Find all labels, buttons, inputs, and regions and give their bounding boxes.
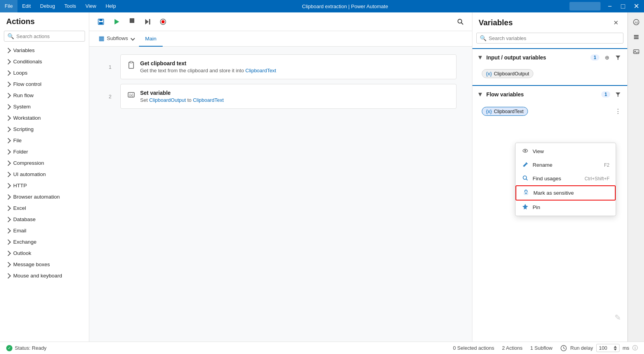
strip-layers-button[interactable] — [630, 30, 643, 44]
action-item-mouse-keyboard[interactable]: Mouse and keyboard — [0, 270, 89, 281]
action-item-ui-automation[interactable]: UI automation — [0, 169, 89, 180]
action-item-email[interactable]: Email — [0, 225, 89, 236]
minimize-button[interactable]: − — [604, 0, 616, 12]
clipboard-output-chip[interactable]: {x} ClipboardOutput — [482, 69, 533, 78]
action-item-browser-automation[interactable]: Browser automation — [0, 191, 89, 202]
run-delay-stepper[interactable] — [614, 346, 617, 351]
clipboard-text-menu-button[interactable]: ⋮ — [613, 107, 623, 116]
close-button[interactable]: ✕ — [630, 0, 642, 12]
action-item-file[interactable]: File — [0, 135, 89, 146]
sensitive-icon — [522, 189, 529, 197]
io-section-title: Input / output variables — [486, 54, 587, 61]
action-item-excel[interactable]: Excel — [0, 202, 89, 214]
action-item-label: Excel — [13, 205, 26, 211]
save-button[interactable] — [94, 15, 108, 29]
flow-filter-button[interactable] — [613, 90, 623, 99]
ctx-view[interactable]: View — [516, 145, 616, 158]
action-item-folder[interactable]: Folder — [0, 146, 89, 157]
ctx-find-usages[interactable]: Find usages Ctrl+Shift+F — [516, 172, 616, 185]
svg-point-9 — [458, 19, 462, 23]
menu-help[interactable]: Help — [101, 0, 121, 12]
action-item-compression[interactable]: Compression — [0, 157, 89, 169]
variables-search-box[interactable]: 🔍 — [476, 33, 623, 44]
step-2-link2[interactable]: ClipboardText — [193, 97, 224, 103]
chevron-right-icon — [5, 239, 11, 244]
action-item-flow-control[interactable]: Flow control — [0, 78, 89, 90]
step-2-to-text: to — [187, 97, 191, 103]
action-item-label: UI automation — [13, 171, 46, 177]
io-section-header[interactable]: ▼ Input / output variables 1 ⊕ — [472, 49, 627, 66]
ctx-pin[interactable]: Pin — [516, 201, 616, 214]
action-item-exchange[interactable]: Exchange — [0, 236, 89, 248]
io-filter-button[interactable] — [613, 53, 623, 62]
action-item-conditionals[interactable]: Conditionals — [0, 56, 89, 67]
strip-copilot-button[interactable]: AI — [630, 16, 643, 29]
subflows-tab[interactable]: ▦ Subflows — [94, 31, 139, 47]
user-avatar — [569, 2, 601, 10]
svg-text:AI: AI — [635, 21, 638, 24]
main-tab[interactable]: Main — [139, 31, 163, 47]
clipboard-text-chip[interactable]: {x} ClipboardText — [482, 107, 528, 116]
toolbar — [89, 12, 472, 31]
run-delay-group: Run delay 100 ms ⓘ — [560, 344, 638, 352]
action-item-message-boxes[interactable]: Message boxes — [0, 259, 89, 270]
run-delay-info-icon[interactable]: ⓘ — [632, 345, 638, 352]
strip-image-button[interactable] — [630, 45, 643, 58]
ctx-pin-label: Pin — [533, 204, 609, 210]
action-item-system[interactable]: System — [0, 101, 89, 112]
action-item-label: Workstation — [13, 115, 41, 121]
action-item-loops[interactable]: Loops — [0, 67, 89, 78]
svg-point-23 — [526, 193, 527, 194]
action-item-scripting[interactable]: Scripting — [0, 124, 89, 135]
menu-edit[interactable]: Edit — [17, 0, 35, 12]
action-item-label: Flow control — [13, 81, 42, 87]
flow-section-header[interactable]: ▼ Flow variables 1 — [472, 86, 627, 103]
actions-search-box[interactable]: 🔍 — [4, 31, 85, 42]
chevron-right-icon — [5, 273, 11, 278]
variables-close-button[interactable]: ✕ — [610, 17, 621, 28]
step-1-link[interactable]: ClipboardText — [245, 68, 276, 73]
action-item-run-flow[interactable]: Run flow — [0, 90, 89, 101]
action-item-outlook[interactable]: Outlook — [0, 248, 89, 259]
actions-panel: Actions 🔍 Variables Conditionals Loops F… — [0, 12, 89, 342]
io-add-button[interactable]: ⊕ — [602, 53, 612, 62]
step-2-link1[interactable]: ClipboardOutput — [149, 97, 186, 103]
chevron-right-icon — [5, 59, 11, 64]
app-body: Actions 🔍 Variables Conditionals Loops F… — [0, 12, 644, 342]
flow-step-1[interactable]: Get clipboard text Get the text from the… — [120, 54, 457, 79]
svg-rect-4 — [130, 18, 134, 23]
menu-bar[interactable]: File Edit Debug Tools View Help — [0, 0, 121, 12]
play-button[interactable] — [109, 15, 123, 29]
step-next-button[interactable] — [141, 15, 154, 29]
flow-step-2[interactable]: {x} Set variable Set ClipboardOutput to — [120, 84, 457, 109]
flow-variables-list: {x} ClipboardText ⋮ — [472, 103, 627, 120]
action-item-http[interactable]: HTTP — [0, 180, 89, 191]
title-bar: File Edit Debug Tools View Help Clipboar… — [0, 0, 644, 12]
actions-count-text: 2 Actions — [502, 345, 522, 351]
variables-search-input[interactable] — [489, 35, 620, 41]
action-item-database[interactable]: Database — [0, 214, 89, 225]
variables-panel: Variables ✕ 🔍 ▼ Input / output variables… — [472, 12, 628, 342]
record-button[interactable] — [156, 15, 170, 29]
window-controls[interactable]: − □ ✕ — [604, 0, 642, 12]
stop-button[interactable] — [125, 15, 139, 29]
action-item-workstation[interactable]: Workstation — [0, 112, 89, 124]
svg-rect-2 — [99, 22, 103, 24]
chevron-right-icon — [5, 171, 11, 177]
run-delay-input[interactable]: 100 — [596, 344, 620, 352]
menu-file[interactable]: File — [0, 0, 17, 12]
search-flow-button[interactable] — [453, 15, 467, 29]
step-2-content: Set variable Set ClipboardOutput to Clip… — [140, 90, 450, 103]
ctx-rename[interactable]: Rename F2 — [516, 158, 616, 172]
menu-tools[interactable]: Tools — [60, 0, 81, 12]
chevron-right-icon — [5, 216, 11, 222]
menu-view[interactable]: View — [81, 0, 101, 12]
status-text: Status: Ready — [15, 345, 47, 351]
menu-debug[interactable]: Debug — [35, 0, 59, 12]
action-item-variables[interactable]: Variables — [0, 45, 89, 56]
search-input[interactable] — [16, 33, 82, 39]
ctx-mark-sensitive[interactable]: Mark as sensitive — [516, 185, 616, 201]
chevron-right-icon — [5, 126, 11, 132]
maximize-button[interactable]: □ — [617, 0, 629, 12]
run-delay-down-button[interactable] — [614, 349, 617, 351]
